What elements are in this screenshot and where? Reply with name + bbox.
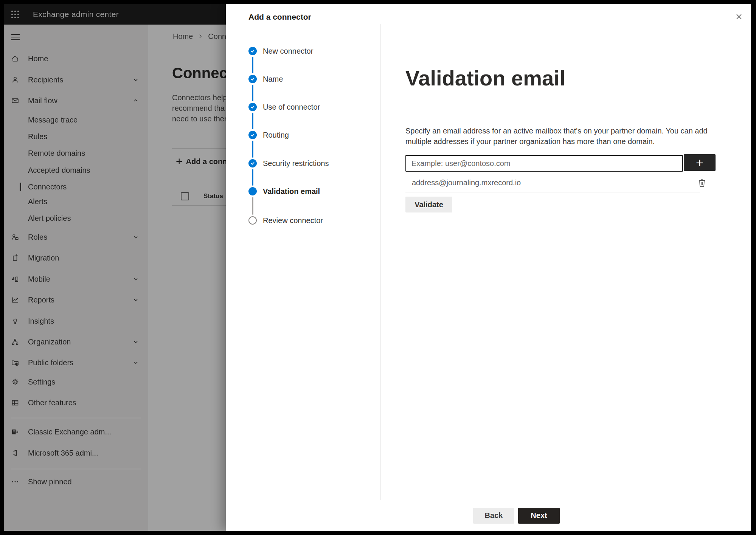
- sidebar-item-connectors[interactable]: Connectors: [4, 178, 148, 195]
- step-new-connector[interactable]: New connector: [248, 43, 313, 59]
- sidebar-item-label: Accepted domains: [28, 166, 90, 175]
- sidebar-item-label: Organization: [28, 338, 71, 346]
- sidebar-item-message-trace[interactable]: Message trace: [4, 112, 148, 128]
- office-logo-icon: [11, 449, 19, 457]
- hamburger-icon[interactable]: [11, 34, 20, 40]
- mobile-devices-icon: [11, 275, 19, 283]
- panel-heading: Validation email: [405, 66, 565, 91]
- step-check-icon: [248, 75, 257, 83]
- plus-icon: +: [176, 156, 183, 167]
- sidebar-item-other-features[interactable]: Other features: [4, 394, 148, 411]
- sidebar-item-label: Rules: [28, 132, 47, 141]
- sidebar-item-label: Show pinned: [28, 478, 72, 486]
- panel-description-line: multiple addresses if your partner organ…: [405, 136, 708, 147]
- next-button[interactable]: Next: [518, 508, 560, 524]
- line-chart-icon: [11, 296, 19, 304]
- sidebar-item-alert-policies[interactable]: Alert policies: [4, 210, 148, 226]
- step-label: Use of connector: [263, 103, 320, 112]
- sidebar-item-show-pinned[interactable]: Show pinned: [4, 473, 148, 490]
- sidebar-item-label: Alert policies: [28, 214, 71, 223]
- dialog-title: Add a connector: [248, 12, 311, 22]
- chevron-down-icon: [132, 234, 139, 240]
- ellipsis-icon: [11, 478, 19, 486]
- step-routing[interactable]: Routing: [248, 127, 289, 143]
- add-connector-label: Add a conn: [186, 157, 227, 166]
- add-connector-dialog: Add a connector New connector: [226, 4, 751, 531]
- step-label: Validation email: [263, 187, 320, 196]
- step-label: Name: [263, 75, 283, 84]
- step-check-icon: [248, 47, 257, 55]
- back-button[interactable]: Back: [473, 508, 514, 524]
- step-empty-circle: [248, 216, 257, 225]
- step-label: New connector: [263, 47, 313, 56]
- sidebar-item-public-folders[interactable]: Public folders: [4, 354, 148, 371]
- validation-email-panel: Validation email Specify an email addres…: [381, 24, 751, 500]
- step-check-icon: [248, 103, 257, 111]
- step-review-connector[interactable]: Review connector: [248, 212, 323, 229]
- sidebar-item-mobile[interactable]: Mobile: [4, 271, 148, 287]
- roles-person-badge-icon: [11, 233, 19, 241]
- page-title: Connec: [172, 64, 228, 82]
- sidebar-item-label: Reports: [28, 296, 54, 304]
- step-label: Security restrictions: [263, 159, 329, 168]
- chevron-down-icon: [132, 276, 139, 282]
- sidebar-divider: [11, 418, 141, 418]
- migration-document-icon: [11, 254, 19, 262]
- chevron-down-icon: [132, 76, 139, 83]
- sidebar-item-roles[interactable]: Roles: [4, 229, 148, 245]
- chevron-up-icon: [132, 97, 139, 104]
- sidebar-item-label: Settings: [28, 378, 55, 386]
- sidebar-divider: [11, 469, 141, 469]
- sidebar-item-label: Public folders: [28, 358, 73, 367]
- folder-globe-icon: [11, 358, 19, 367]
- sidebar-item-microsoft-365[interactable]: Microsoft 365 admi...: [4, 445, 148, 461]
- sidebar-item-accepted-domains[interactable]: Accepted domains: [4, 162, 148, 178]
- app-title: Exchange admin center: [33, 10, 119, 19]
- page-description-line: need to use ther: [172, 113, 227, 124]
- add-connector-button[interactable]: + Add a conn: [176, 155, 227, 167]
- page-description: Connectors help recommend tha need to us…: [172, 92, 227, 124]
- sidebar-item-label: Connectors: [28, 183, 67, 191]
- exchange-logo-icon: [11, 428, 19, 436]
- step-label: Review connector: [263, 216, 323, 225]
- step-validation-email[interactable]: Validation email: [248, 183, 320, 200]
- panel-description-line: Specify an email address for an active m…: [405, 126, 708, 136]
- dialog-header: Add a connector: [226, 4, 751, 24]
- select-all-checkbox[interactable]: [181, 192, 189, 200]
- validation-email-input[interactable]: [405, 155, 683, 172]
- sidebar-item-organization[interactable]: Organization: [4, 333, 148, 350]
- app-launcher-icon[interactable]: [11, 10, 20, 19]
- sidebar-item-label: Mobile: [28, 275, 50, 284]
- sidebar-item-insights[interactable]: Insights: [4, 313, 148, 329]
- sidebar-item-settings[interactable]: Settings: [4, 374, 148, 390]
- sidebar-item-label: Home: [28, 54, 48, 63]
- sidebar-item-label: Roles: [28, 233, 47, 242]
- close-icon[interactable]: [733, 11, 745, 23]
- sidebar-item-label: Message trace: [28, 116, 78, 124]
- step-use-of-connector[interactable]: Use of connector: [248, 99, 320, 115]
- lightbulb-icon: [11, 317, 19, 325]
- sidebar-item-label: Recipients: [28, 76, 63, 84]
- sidebar-item-rules[interactable]: Rules: [4, 128, 148, 145]
- sidebar-item-label: Other features: [28, 399, 76, 407]
- sidebar-item-migration[interactable]: Migration: [4, 250, 148, 266]
- page-description-line: Connectors help: [172, 92, 227, 103]
- sidebar-item-remote-domains[interactable]: Remote domains: [4, 145, 148, 161]
- sidebar-item-classic-exchange[interactable]: Classic Exchange adm...: [4, 423, 148, 440]
- sidebar-nav: Home Recipients Mail flow: [4, 25, 148, 531]
- sidebar-item-label: Mail flow: [28, 96, 57, 105]
- sidebar-item-mail-flow[interactable]: Mail flow: [4, 92, 148, 109]
- add-email-button[interactable]: +: [684, 154, 716, 171]
- sidebar-item-home[interactable]: Home: [4, 50, 148, 67]
- step-name[interactable]: Name: [248, 71, 283, 87]
- org-chart-icon: [11, 338, 19, 346]
- validate-button[interactable]: Validate: [405, 197, 452, 212]
- sidebar-item-alerts[interactable]: Alerts: [4, 193, 148, 210]
- sidebar-item-label: Classic Exchange adm...: [28, 428, 111, 436]
- trash-icon[interactable]: [697, 178, 707, 188]
- sidebar-item-reports[interactable]: Reports: [4, 292, 148, 308]
- sidebar-item-recipients[interactable]: Recipients: [4, 71, 148, 88]
- step-security-restrictions[interactable]: Security restrictions: [248, 155, 329, 172]
- sidebar-item-label: Alerts: [28, 197, 47, 206]
- breadcrumb-home-link[interactable]: Home: [173, 32, 193, 41]
